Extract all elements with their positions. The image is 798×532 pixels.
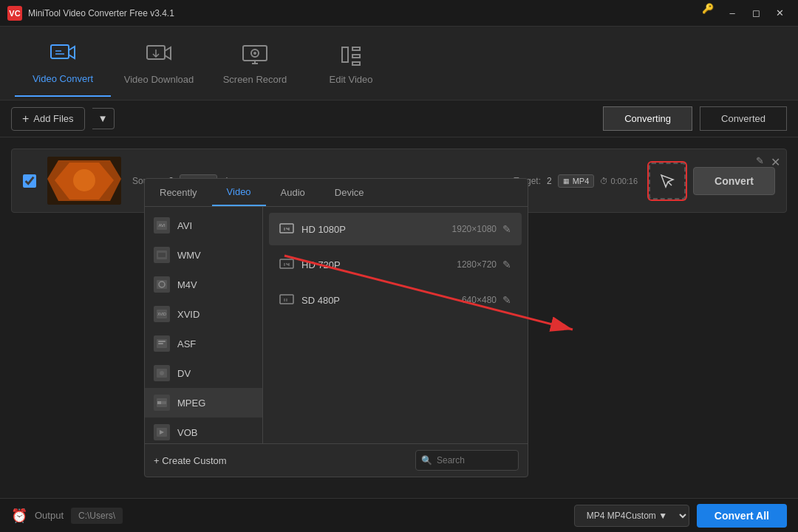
- add-files-button[interactable]: + Add Files: [11, 107, 85, 131]
- svg-point-21: [160, 371, 164, 375]
- minimize-button[interactable]: –: [721, 3, 743, 24]
- picker-tab-recently[interactable]: Recently: [145, 179, 212, 206]
- svg-point-4: [253, 52, 256, 55]
- nav-video-convert-label: Video Convert: [33, 73, 93, 84]
- format-item-m4v[interactable]: M4V: [145, 270, 262, 299]
- close-button[interactable]: ✕: [768, 3, 791, 24]
- format-list: AVI AVI WMV M4V: [145, 207, 263, 443]
- svg-rect-24: [157, 401, 161, 404]
- picker-body: AVI AVI WMV M4V: [145, 207, 528, 443]
- nav-video-download-label: Video Download: [124, 74, 194, 85]
- search-input[interactable]: [415, 450, 519, 471]
- cursor-icon: [658, 172, 676, 190]
- app-icon: VC: [7, 6, 22, 21]
- hd1080p-res: 1920×1080: [452, 224, 497, 234]
- dv-format-icon: [154, 365, 170, 381]
- nav-screen-record[interactable]: Screen Record: [207, 30, 303, 97]
- output-path: C:\Users\: [71, 508, 123, 524]
- quality-sd480p-left: SD 480P: [279, 293, 340, 307]
- hd720p-icon: [279, 257, 294, 272]
- svg-text:AVI: AVI: [158, 223, 166, 228]
- format-vob-label: VOB: [177, 427, 197, 438]
- file-thumbnail: [47, 157, 121, 205]
- row-edit-button[interactable]: ✎: [756, 155, 764, 166]
- quality-hd720p[interactable]: HD 720P 1280×720 ✎: [269, 248, 522, 281]
- toolbar: + Add Files ▼ Converting Converted: [0, 100, 798, 137]
- m4v-format-icon: [154, 276, 170, 293]
- nav-bar: Video Convert Video Download Screen Reco…: [0, 27, 798, 100]
- quality-hd720p-left: HD 720P: [279, 257, 341, 272]
- nav-edit-video[interactable]: Edit Video: [303, 30, 399, 97]
- clock-icon: ⏰: [11, 508, 27, 524]
- format-asf-label: ASF: [177, 338, 196, 349]
- format-avi-label: AVI: [177, 220, 192, 231]
- maximize-button[interactable]: ◻: [745, 3, 767, 24]
- title-controls: 🔑 – ◻ ✕: [702, 3, 791, 24]
- main-content: Source: 2 ▦ MKV ⏱ 0:00:16 Target: 2 ▦ MP…: [0, 137, 798, 498]
- convert-all-button[interactable]: Convert All: [697, 504, 787, 528]
- file-checkbox[interactable]: [23, 174, 36, 188]
- format-mpeg-label: MPEG: [177, 398, 205, 409]
- picker-tab-video[interactable]: Video: [212, 179, 266, 206]
- picker-tab-device[interactable]: Device: [320, 179, 379, 206]
- add-files-dropdown-button[interactable]: ▼: [92, 108, 115, 129]
- converting-tab[interactable]: Converting: [603, 106, 692, 131]
- target-duration: ⏱ 0:00:16: [600, 177, 638, 185]
- svg-rect-0: [51, 45, 69, 58]
- create-custom-button[interactable]: + Create Custom: [154, 455, 227, 466]
- video-download-icon: [146, 41, 172, 68]
- nav-video-download[interactable]: Video Download: [111, 30, 207, 97]
- converted-tab[interactable]: Converted: [700, 106, 787, 131]
- format-item-asf[interactable]: ASF: [145, 329, 262, 358]
- sd480p-label: SD 480P: [301, 295, 340, 306]
- mp4-icon: ▦: [563, 177, 570, 185]
- asf-format-icon: [154, 335, 170, 352]
- target-format: MP4: [573, 177, 590, 185]
- hd1080p-edit-button[interactable]: ✎: [502, 223, 511, 235]
- svg-text:XVID: XVID: [157, 312, 166, 316]
- format-item-avi[interactable]: AVI AVI: [145, 211, 262, 240]
- quality-sd480p[interactable]: SD 480P 640×480 ✎: [269, 284, 522, 316]
- format-dv-label: DV: [177, 368, 191, 379]
- row-close-button[interactable]: ✕: [771, 155, 780, 169]
- format-item-xvid[interactable]: XVID XVID: [145, 299, 262, 329]
- xvid-format-icon: XVID: [154, 306, 170, 322]
- plus-icon: +: [22, 112, 29, 126]
- nav-edit-video-label: Edit Video: [329, 74, 372, 85]
- output-label: Output: [35, 510, 64, 521]
- convert-button[interactable]: Convert: [693, 167, 775, 195]
- quality-hd1080p-left: HD 1080P: [279, 222, 346, 236]
- quality-list: HD 1080P 1920×1080 ✎ HD 720P: [263, 207, 528, 443]
- picker-tab-audio[interactable]: Audio: [266, 179, 320, 206]
- target-format-button[interactable]: [649, 163, 686, 200]
- target-format-badge: ▦ MP4: [558, 174, 595, 188]
- title-bar: VC MiniTool Video Converter Free v3.4.1 …: [0, 0, 798, 27]
- search-wrapper: 🔍: [415, 450, 519, 471]
- key-icon: 🔑: [702, 3, 714, 24]
- target-count: 2: [547, 176, 552, 186]
- format-selector[interactable]: MP4 MP4Custom ▼: [574, 505, 689, 527]
- picker-tabs: Recently Video Audio Device: [145, 179, 528, 207]
- svg-rect-19: [158, 343, 163, 344]
- format-item-dv[interactable]: DV: [145, 358, 262, 388]
- hd720p-res: 1280×720: [457, 259, 497, 270]
- avi-format-icon: AVI: [154, 217, 170, 233]
- hd1080p-label: HD 1080P: [301, 224, 346, 235]
- hd720p-edit-button[interactable]: ✎: [502, 259, 511, 270]
- edit-video-icon: [338, 41, 364, 68]
- mpeg-format-icon: [154, 395, 170, 411]
- format-item-mpeg[interactable]: MPEG: [145, 388, 262, 417]
- format-item-wmv[interactable]: WMV: [145, 240, 262, 270]
- svg-rect-12: [158, 253, 166, 257]
- sd480p-edit-button[interactable]: ✎: [502, 294, 511, 306]
- format-wmv-label: WMV: [177, 250, 201, 261]
- quality-hd1080p[interactable]: HD 1080P 1920×1080 ✎: [269, 213, 522, 245]
- format-item-vob[interactable]: VOB: [145, 417, 262, 443]
- add-files-label: Add Files: [33, 113, 73, 124]
- sd480p-icon: [279, 293, 294, 307]
- nav-video-convert[interactable]: Video Convert: [15, 30, 111, 97]
- vob-format-icon: [154, 424, 170, 440]
- svg-rect-18: [158, 341, 166, 342]
- app-title: MiniTool Video Converter Free v3.4.1: [28, 8, 702, 18]
- nav-screen-record-label: Screen Record: [223, 74, 287, 85]
